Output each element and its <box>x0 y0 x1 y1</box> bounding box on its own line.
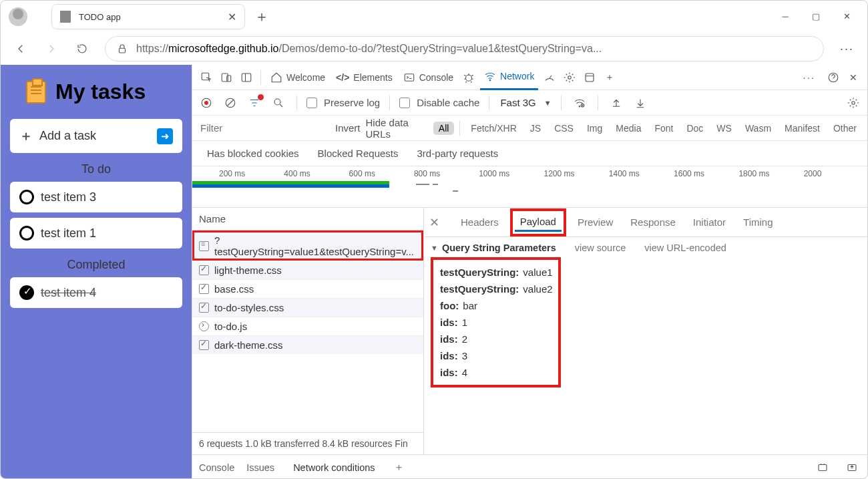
status-bar: 6 requests 1.0 kB transferred 8.4 kB res… <box>192 432 423 454</box>
settings-gear-icon[interactable] <box>845 94 862 112</box>
network-toolbar: Preserve log Disable cache Fast 3G ▼ <box>192 90 867 116</box>
plus-icon: ＋ <box>19 127 33 145</box>
filter-toggle-icon[interactable] <box>246 94 263 112</box>
drawer-tabs: Console Issues Network conditions ＋ <box>192 454 867 479</box>
search-icon[interactable] <box>270 94 287 112</box>
request-row[interactable]: ?testQueryString=value1&testQueryString=… <box>192 230 423 261</box>
download-icon[interactable] <box>632 94 649 112</box>
wifi-icon <box>484 70 496 82</box>
dock-icon[interactable] <box>238 69 255 86</box>
checkbox-checked-icon[interactable] <box>19 285 34 300</box>
type-filter[interactable]: CSS <box>549 122 579 135</box>
drawer-network-conditions[interactable]: Network conditions <box>286 458 382 477</box>
tab-response[interactable]: Response <box>629 212 677 232</box>
tab-elements[interactable]: </>Elements <box>332 69 397 86</box>
request-row[interactable]: light-theme.css <box>192 261 423 279</box>
close-window-button[interactable]: ✕ <box>831 5 862 27</box>
drawer-icon-2[interactable] <box>843 459 861 476</box>
css-file-icon <box>199 284 209 294</box>
devtools-close-button[interactable]: ✕ <box>845 69 862 86</box>
tab-payload[interactable]: Payload <box>515 213 562 232</box>
timeline[interactable]: 200 ms 400 ms600 ms 800 ms1000 ms 1200 m… <box>192 166 867 208</box>
tab-preview[interactable]: Preview <box>576 212 614 232</box>
bug-icon[interactable] <box>460 69 477 86</box>
maximize-button[interactable]: ▢ <box>801 5 831 27</box>
checkbox-icon[interactable] <box>19 190 34 204</box>
type-filter[interactable]: Img <box>582 122 608 135</box>
type-filter[interactable]: Fetch/XHR <box>465 122 521 135</box>
preserve-log-checkbox[interactable] <box>306 98 317 108</box>
upload-icon[interactable] <box>608 94 625 112</box>
inspect-icon[interactable] <box>198 69 215 86</box>
type-filter[interactable]: Font <box>649 122 678 135</box>
devtools-menu-button[interactable]: ··· <box>796 71 822 83</box>
tab-welcome[interactable]: Welcome <box>266 69 329 86</box>
filter-row: Invert Hide data URLs All Fetch/XHR JS C… <box>192 116 867 141</box>
view-source-link[interactable]: view source <box>575 243 626 253</box>
drawer-issues[interactable]: Issues <box>246 462 274 473</box>
namespace[interactable]: Manifest <box>779 122 825 135</box>
tab-console[interactable]: Console <box>399 69 457 86</box>
browser-menu-button[interactable]: ··· <box>833 42 861 56</box>
tab-title: TODO app <box>79 12 220 22</box>
preserve-log-label: Preserve log <box>324 97 380 108</box>
drawer-add-button[interactable]: ＋ <box>394 461 404 474</box>
more-tabs-button[interactable]: ＋ <box>601 69 618 86</box>
type-filter[interactable]: WS <box>711 122 737 135</box>
task-item[interactable]: test item 1 <box>10 218 182 249</box>
document-icon <box>199 241 209 251</box>
browser-tab[interactable]: TODO app ✕ <box>51 4 245 29</box>
type-filter[interactable]: Doc <box>681 122 708 135</box>
profile-avatar[interactable] <box>9 7 27 26</box>
section-title[interactable]: Query String Parameters <box>442 243 556 253</box>
gear-icon[interactable] <box>561 69 578 86</box>
tab-timing[interactable]: Timing <box>742 212 774 232</box>
request-row[interactable]: base.css <box>192 279 423 298</box>
performance-icon[interactable] <box>541 69 558 86</box>
console-icon <box>403 71 415 84</box>
type-filter[interactable]: JS <box>525 122 546 135</box>
type-filter-all[interactable]: All <box>433 122 455 135</box>
svg-point-12 <box>204 101 208 105</box>
request-row[interactable]: dark-theme.css <box>192 335 423 354</box>
request-row[interactable]: to-do-styles.css <box>192 298 423 317</box>
new-tab-button[interactable]: ＋ <box>250 5 273 28</box>
svg-rect-18 <box>819 464 827 470</box>
tab-headers[interactable]: Headers <box>459 212 500 232</box>
type-filter[interactable]: Other <box>828 122 862 135</box>
disable-cache-label: Disable cache <box>417 97 479 108</box>
home-icon <box>270 71 282 84</box>
request-row[interactable]: to-do.js <box>192 317 423 335</box>
offline-wifi-icon[interactable] <box>571 94 588 112</box>
type-filter[interactable]: Media <box>610 122 646 135</box>
clear-button[interactable] <box>222 94 239 112</box>
add-task-submit-button[interactable]: ➜ <box>157 128 173 144</box>
refresh-button[interactable] <box>69 35 95 62</box>
add-task-card[interactable]: ＋ Add a task ➜ <box>10 119 182 153</box>
param-row: ids:1 <box>440 314 552 331</box>
css-file-icon <box>199 303 209 313</box>
url-text: https://microsoftedge.github.io/Demos/de… <box>136 43 602 55</box>
tab-network[interactable]: Network <box>480 65 538 90</box>
filter-input[interactable] <box>198 120 330 136</box>
tab-close-button[interactable]: ✕ <box>228 11 236 23</box>
checkbox-icon[interactable] <box>19 226 34 241</box>
throttle-select[interactable]: Fast 3G <box>499 96 537 110</box>
drawer-console[interactable]: Console <box>199 462 234 473</box>
device-icon[interactable] <box>218 69 235 86</box>
task-item[interactable]: test item 3 <box>10 182 182 212</box>
minimize-button[interactable]: ─ <box>770 5 801 27</box>
disable-cache-checkbox[interactable] <box>399 98 410 108</box>
back-button[interactable] <box>7 35 34 62</box>
address-bar[interactable]: https://microsoftedge.github.io/Demos/de… <box>105 36 824 61</box>
help-icon[interactable] <box>825 69 842 86</box>
type-filter[interactable]: Wasm <box>740 122 777 135</box>
record-button[interactable] <box>198 94 215 112</box>
task-item[interactable]: test item 4 <box>10 277 182 308</box>
view-urlencoded-link[interactable]: view URL-encoded <box>644 243 726 253</box>
detail-close-button[interactable]: ✕ <box>429 215 439 230</box>
tab-initiator[interactable]: Initiator <box>692 212 727 232</box>
drawer-icon-1[interactable] <box>814 459 831 476</box>
svg-rect-3 <box>227 75 231 82</box>
app-icon[interactable] <box>581 69 598 86</box>
